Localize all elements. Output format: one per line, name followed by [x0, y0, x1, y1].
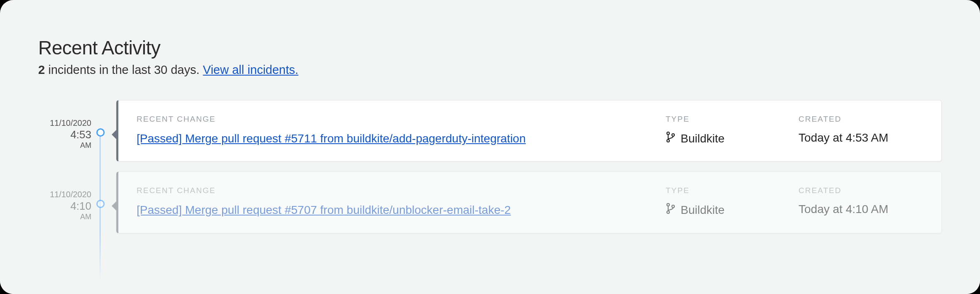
timeline-item: 11/10/2020 4:10 AM RECENT CHANGE [Passed… [116, 172, 942, 233]
timestamp-date: 11/10/2020 [38, 118, 91, 128]
timeline: 11/10/2020 4:53 AM RECENT CHANGE [Passed… [38, 100, 942, 233]
timestamp-ampm: AM [38, 213, 91, 221]
timestamp-ampm: AM [38, 141, 91, 150]
column-label-type: TYPE [666, 186, 782, 195]
svg-point-1 [667, 140, 669, 142]
change-card[interactable]: RECENT CHANGE [Passed] Merge pull reques… [116, 172, 942, 233]
recent-activity-panel: Recent Activity 2 incidents in the last … [0, 0, 980, 294]
section-subtitle: 2 incidents in the last 30 days. View al… [38, 63, 942, 77]
change-type: Buildkite [666, 131, 782, 146]
incident-count: 2 [38, 63, 45, 76]
change-type-text: Buildkite [681, 132, 725, 145]
timestamp: 11/10/2020 4:53 AM [38, 118, 91, 150]
timestamp: 11/10/2020 4:10 AM [38, 190, 91, 221]
timestamp-time: 4:10 [38, 200, 91, 213]
change-title-link[interactable]: [Passed] Merge pull request #5707 from b… [137, 203, 511, 216]
change-card[interactable]: RECENT CHANGE [Passed] Merge pull reques… [116, 100, 942, 162]
svg-point-2 [672, 134, 674, 136]
timeline-dot-icon [96, 128, 105, 137]
timeline-rail [100, 130, 100, 294]
timestamp-time: 4:53 [38, 129, 91, 141]
column-label-change: RECENT CHANGE [137, 186, 649, 195]
svg-point-3 [667, 203, 669, 206]
svg-point-5 [672, 205, 674, 208]
column-label-change: RECENT CHANGE [137, 115, 649, 124]
change-created: Today at 4:10 AM [799, 203, 923, 216]
column-label-type: TYPE [666, 115, 782, 124]
timeline-item: 11/10/2020 4:53 AM RECENT CHANGE [Passed… [116, 100, 942, 162]
fade-overlay [0, 232, 980, 294]
column-label-created: CREATED [799, 115, 923, 124]
svg-point-4 [667, 211, 669, 213]
change-type-text: Buildkite [681, 203, 725, 217]
change-type: Buildkite [666, 203, 782, 217]
git-branch-icon [666, 131, 676, 146]
git-branch-icon [666, 203, 676, 217]
section-title: Recent Activity [38, 37, 942, 59]
incident-text: incidents in the last 30 days. [45, 63, 203, 76]
column-label-created: CREATED [799, 186, 923, 195]
timeline-dot-icon [96, 200, 105, 208]
svg-point-0 [667, 132, 669, 135]
timestamp-date: 11/10/2020 [38, 190, 91, 199]
view-all-incidents-link[interactable]: View all incidents. [203, 63, 299, 76]
change-created: Today at 4:53 AM [799, 131, 923, 145]
change-title-link[interactable]: [Passed] Merge pull request #5711 from b… [137, 132, 526, 145]
